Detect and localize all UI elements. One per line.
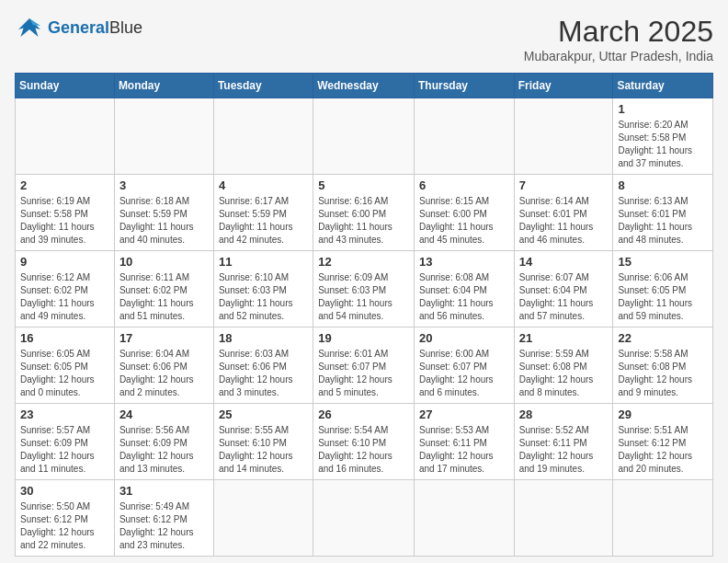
day-info: Sunrise: 5:57 AMSunset: 6:09 PMDaylight:…: [20, 424, 109, 476]
calendar-cell: 13Sunrise: 6:08 AMSunset: 6:04 PMDayligh…: [414, 251, 514, 327]
calendar-cell: [514, 480, 613, 557]
day-number: 14: [519, 255, 609, 269]
calendar-cell: 6Sunrise: 6:15 AMSunset: 6:00 PMDaylight…: [414, 175, 514, 251]
day-number: 18: [219, 331, 308, 345]
header-day-saturday: Saturday: [613, 74, 713, 98]
calendar-cell: 7Sunrise: 6:14 AMSunset: 6:01 PMDaylight…: [514, 175, 613, 251]
day-info: Sunrise: 5:49 AMSunset: 6:12 PMDaylight:…: [119, 500, 209, 552]
calendar-cell: 22Sunrise: 5:58 AMSunset: 6:08 PMDayligh…: [613, 327, 713, 404]
calendar-week-3: 9Sunrise: 6:12 AMSunset: 6:02 PMDaylight…: [16, 251, 713, 327]
calendar-cell: 12Sunrise: 6:09 AMSunset: 6:03 PMDayligh…: [313, 251, 415, 327]
calendar-week-6: 30Sunrise: 5:50 AMSunset: 6:12 PMDayligh…: [16, 480, 713, 557]
day-number: 9: [20, 255, 109, 269]
calendar-cell: 24Sunrise: 5:56 AMSunset: 6:09 PMDayligh…: [114, 404, 213, 480]
day-number: 28: [519, 408, 609, 421]
calendar-cell: 8Sunrise: 6:13 AMSunset: 6:01 PMDaylight…: [613, 175, 713, 251]
day-info: Sunrise: 6:13 AMSunset: 6:01 PMDaylight:…: [618, 195, 708, 247]
calendar-cell: [114, 98, 213, 175]
day-number: 2: [20, 178, 109, 192]
calendar-cell: 27Sunrise: 5:53 AMSunset: 6:11 PMDayligh…: [414, 404, 514, 480]
calendar-week-4: 16Sunrise: 6:05 AMSunset: 6:05 PMDayligh…: [16, 327, 713, 404]
calendar-cell: [414, 98, 514, 175]
day-info: Sunrise: 5:50 AMSunset: 6:12 PMDaylight:…: [20, 500, 109, 552]
svg-marker-0: [18, 18, 40, 37]
day-info: Sunrise: 6:12 AMSunset: 6:02 PMDaylight:…: [20, 271, 109, 323]
header-day-friday: Friday: [514, 74, 613, 98]
calendar-cell: [613, 480, 713, 557]
logo-icon: [15, 15, 44, 40]
calendar-cell: [313, 98, 415, 175]
calendar-cell: 16Sunrise: 6:05 AMSunset: 6:05 PMDayligh…: [16, 327, 115, 404]
day-info: Sunrise: 5:59 AMSunset: 6:08 PMDaylight:…: [519, 348, 609, 399]
header: GeneralBlue March 2025 Mubarakpur, Uttar…: [15, 15, 713, 63]
day-number: 29: [618, 408, 708, 421]
day-number: 25: [219, 408, 308, 421]
day-info: Sunrise: 6:18 AMSunset: 5:59 PMDaylight:…: [119, 195, 209, 247]
day-number: 31: [119, 484, 209, 498]
calendar-cell: 30Sunrise: 5:50 AMSunset: 6:12 PMDayligh…: [16, 480, 115, 557]
day-number: 6: [419, 178, 509, 192]
calendar-cell: [414, 480, 514, 557]
calendar-cell: 19Sunrise: 6:01 AMSunset: 6:07 PMDayligh…: [313, 327, 415, 404]
calendar-header-row: SundayMondayTuesdayWednesdayThursdayFrid…: [16, 74, 713, 98]
calendar-cell: 3Sunrise: 6:18 AMSunset: 5:59 PMDaylight…: [114, 175, 213, 251]
calendar-cell: 28Sunrise: 5:52 AMSunset: 6:11 PMDayligh…: [514, 404, 613, 480]
calendar-week-1: 1Sunrise: 6:20 AMSunset: 5:58 PMDaylight…: [16, 98, 713, 175]
calendar-cell: [213, 480, 313, 557]
title-area: March 2025 Mubarakpur, Uttar Pradesh, In…: [524, 15, 713, 63]
calendar-cell: [514, 98, 613, 175]
calendar-cell: [313, 480, 415, 557]
day-info: Sunrise: 6:16 AMSunset: 6:00 PMDaylight:…: [318, 195, 409, 247]
day-info: Sunrise: 6:15 AMSunset: 6:00 PMDaylight:…: [419, 195, 509, 247]
day-info: Sunrise: 6:07 AMSunset: 6:04 PMDaylight:…: [519, 271, 609, 323]
calendar-cell: 21Sunrise: 5:59 AMSunset: 6:08 PMDayligh…: [514, 327, 613, 404]
day-info: Sunrise: 6:05 AMSunset: 6:05 PMDaylight:…: [20, 348, 109, 399]
day-info: Sunrise: 6:09 AMSunset: 6:03 PMDaylight:…: [318, 271, 409, 323]
day-info: Sunrise: 6:20 AMSunset: 5:58 PMDaylight:…: [618, 119, 708, 170]
day-number: 15: [618, 255, 708, 269]
calendar-cell: 10Sunrise: 6:11 AMSunset: 6:02 PMDayligh…: [114, 251, 213, 327]
month-title: March 2025: [524, 15, 713, 49]
calendar-cell: 17Sunrise: 6:04 AMSunset: 6:06 PMDayligh…: [114, 327, 213, 404]
calendar-cell: 23Sunrise: 5:57 AMSunset: 6:09 PMDayligh…: [16, 404, 115, 480]
logo-text: GeneralBlue: [48, 18, 142, 38]
calendar-cell: 1Sunrise: 6:20 AMSunset: 5:58 PMDaylight…: [613, 98, 713, 175]
day-info: Sunrise: 6:04 AMSunset: 6:06 PMDaylight:…: [119, 348, 209, 399]
day-info: Sunrise: 6:03 AMSunset: 6:06 PMDaylight:…: [219, 348, 308, 399]
logo: GeneralBlue: [15, 15, 142, 40]
calendar-cell: [213, 98, 313, 175]
day-info: Sunrise: 5:53 AMSunset: 6:11 PMDaylight:…: [419, 424, 509, 476]
day-info: Sunrise: 5:51 AMSunset: 6:12 PMDaylight:…: [618, 424, 708, 476]
day-info: Sunrise: 5:58 AMSunset: 6:08 PMDaylight:…: [618, 348, 708, 399]
header-day-monday: Monday: [114, 74, 213, 98]
day-number: 26: [318, 408, 409, 421]
day-info: Sunrise: 5:54 AMSunset: 6:10 PMDaylight:…: [318, 424, 409, 476]
calendar-cell: 14Sunrise: 6:07 AMSunset: 6:04 PMDayligh…: [514, 251, 613, 327]
header-day-sunday: Sunday: [16, 74, 115, 98]
header-day-tuesday: Tuesday: [213, 74, 313, 98]
day-info: Sunrise: 6:00 AMSunset: 6:07 PMDaylight:…: [419, 348, 509, 399]
day-number: 13: [419, 255, 509, 269]
header-day-thursday: Thursday: [414, 74, 514, 98]
day-info: Sunrise: 6:06 AMSunset: 6:05 PMDaylight:…: [618, 271, 708, 323]
calendar-cell: 15Sunrise: 6:06 AMSunset: 6:05 PMDayligh…: [613, 251, 713, 327]
header-day-wednesday: Wednesday: [313, 74, 415, 98]
calendar-cell: 20Sunrise: 6:00 AMSunset: 6:07 PMDayligh…: [414, 327, 514, 404]
day-number: 16: [20, 331, 109, 345]
calendar-cell: 25Sunrise: 5:55 AMSunset: 6:10 PMDayligh…: [213, 404, 313, 480]
calendar-cell: 2Sunrise: 6:19 AMSunset: 5:58 PMDaylight…: [16, 175, 115, 251]
calendar-cell: 5Sunrise: 6:16 AMSunset: 6:00 PMDaylight…: [313, 175, 415, 251]
day-info: Sunrise: 6:08 AMSunset: 6:04 PMDaylight:…: [419, 271, 509, 323]
calendar-cell: 4Sunrise: 6:17 AMSunset: 5:59 PMDaylight…: [213, 175, 313, 251]
day-number: 30: [20, 484, 109, 498]
calendar-cell: 26Sunrise: 5:54 AMSunset: 6:10 PMDayligh…: [313, 404, 415, 480]
day-number: 27: [419, 408, 509, 421]
day-number: 10: [119, 255, 209, 269]
day-number: 3: [119, 178, 209, 192]
calendar-week-2: 2Sunrise: 6:19 AMSunset: 5:58 PMDaylight…: [16, 175, 713, 251]
day-info: Sunrise: 5:56 AMSunset: 6:09 PMDaylight:…: [119, 424, 209, 476]
day-number: 12: [318, 255, 409, 269]
calendar-cell: 18Sunrise: 6:03 AMSunset: 6:06 PMDayligh…: [213, 327, 313, 404]
day-info: Sunrise: 6:10 AMSunset: 6:03 PMDaylight:…: [219, 271, 308, 323]
day-number: 17: [119, 331, 209, 345]
